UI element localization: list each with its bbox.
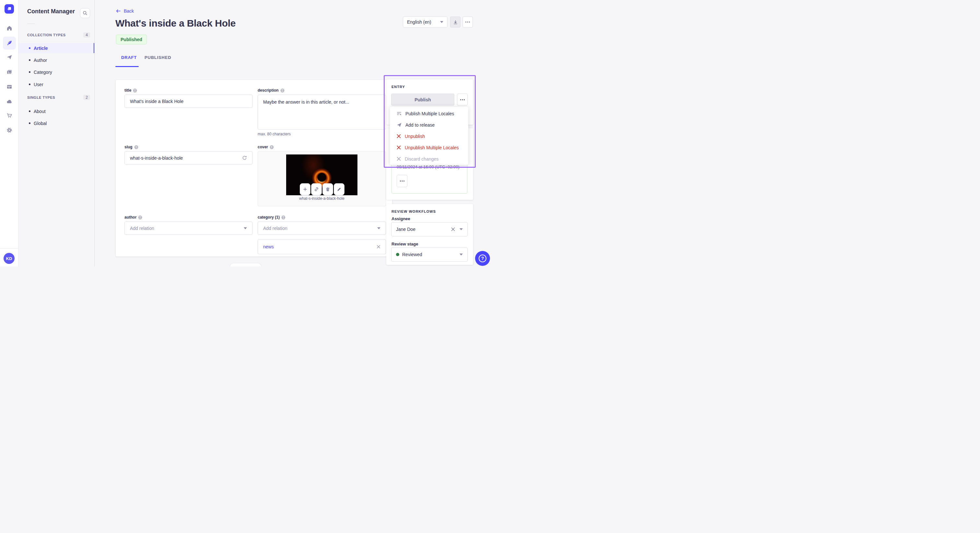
- copy-link-button[interactable]: [311, 183, 322, 195]
- globe-icon: [133, 89, 137, 93]
- menu-item-discard-changes[interactable]: Discard changes: [390, 153, 468, 165]
- category-relation-item: news: [258, 239, 386, 254]
- question-mark-icon: ?: [479, 254, 487, 262]
- bullet-icon: [29, 71, 30, 73]
- plus-icon: [303, 187, 307, 192]
- search-button[interactable]: [80, 8, 90, 18]
- ellipsis-icon: [460, 99, 465, 100]
- menu-item-publish-multiple-locales[interactable]: Publish Multiple Locales: [390, 108, 468, 119]
- releases-icon[interactable]: [3, 51, 16, 64]
- globe-icon: [134, 145, 138, 149]
- sidebar-title: Content Manager: [27, 8, 75, 15]
- slug-value: what-s-inside-a-black-hole: [130, 155, 183, 160]
- scheduled-date: 09/11/2024 at 16:00 (UTC+02:00): [397, 165, 460, 169]
- assignee-select[interactable]: Jane Doe: [391, 222, 468, 236]
- bullet-icon: [29, 47, 30, 49]
- marketplace-cart-icon[interactable]: [3, 109, 16, 122]
- home-icon[interactable]: [3, 22, 16, 35]
- locale-value: English (en): [407, 19, 431, 25]
- back-link[interactable]: Back: [116, 8, 134, 14]
- page-title: What's inside a Black Hole: [115, 18, 235, 29]
- tab-draft[interactable]: DRAFT: [121, 55, 137, 60]
- relation-link-news[interactable]: news: [263, 244, 274, 249]
- publish-button[interactable]: Publish: [391, 94, 454, 106]
- globe-icon: [270, 145, 274, 149]
- user-avatar[interactable]: KD: [3, 253, 14, 264]
- chevron-down-icon: [460, 254, 463, 255]
- menu-item-unpublish[interactable]: Unpublish: [390, 130, 468, 142]
- x-icon: [396, 145, 401, 150]
- cloud-deploy-icon[interactable]: [3, 95, 16, 108]
- menu-item-label: Unpublish Multiple Locales: [405, 145, 459, 150]
- category-relation-select[interactable]: Add relation: [258, 222, 386, 235]
- review-stage-select[interactable]: Reviewed: [391, 247, 468, 262]
- description-textarea[interactable]: Maybe the answer is in this article, or …: [258, 95, 386, 130]
- title-input[interactable]: What's inside a Black Hole: [124, 95, 253, 108]
- entry-more-button[interactable]: [457, 94, 468, 106]
- list-plus-icon: [396, 111, 402, 116]
- active-indicator: [94, 43, 94, 53]
- tab-published[interactable]: PUBLISHED: [145, 55, 171, 60]
- chevron-down-icon: [460, 228, 463, 230]
- menu-item-unpublish-multiple-locales[interactable]: Unpublish Multiple Locales: [390, 142, 468, 153]
- remove-relation-icon[interactable]: [377, 245, 380, 249]
- pencil-icon: [337, 187, 342, 192]
- author-field-label: author: [124, 215, 142, 219]
- content-type-builder-icon[interactable]: [3, 80, 16, 93]
- globe-icon: [280, 89, 285, 93]
- single-types-header: SINGLE TYPES: [27, 95, 55, 99]
- sidebar-item-author[interactable]: Author: [19, 55, 95, 65]
- content-manager-sidebar: [19, 0, 95, 266]
- sidebar-item-category[interactable]: Category: [19, 67, 95, 77]
- download-button[interactable]: [450, 16, 460, 27]
- author-placeholder: Add relation: [130, 226, 154, 231]
- header-more-button[interactable]: [463, 16, 473, 27]
- avatar-initials: KD: [6, 256, 12, 261]
- status-badge: Published: [116, 35, 147, 44]
- search-icon: [83, 11, 88, 16]
- sidebar-item-user[interactable]: User: [19, 79, 95, 89]
- back-label: Back: [124, 8, 134, 14]
- category-placeholder: Add relation: [263, 226, 288, 231]
- menu-item-label: Add to release: [406, 122, 434, 128]
- ellipsis-icon: [399, 180, 405, 182]
- next-section-peek: [230, 263, 261, 266]
- sidebar-item-label: About: [34, 109, 46, 114]
- download-icon: [453, 20, 458, 25]
- sidebar-item-article[interactable]: Article: [19, 43, 95, 53]
- globe-icon: [138, 215, 142, 219]
- clear-assignee-icon[interactable]: [451, 227, 455, 232]
- regenerate-icon[interactable]: [242, 155, 247, 160]
- edit-asset-button[interactable]: [334, 183, 345, 195]
- help-button[interactable]: ?: [475, 251, 490, 266]
- entry-panel-header: ENTRY: [391, 85, 405, 89]
- single-types-count: 2: [83, 95, 90, 100]
- author-relation-select[interactable]: Add relation: [124, 222, 253, 235]
- locale-select[interactable]: English (en): [403, 16, 447, 27]
- trash-icon: [325, 187, 330, 192]
- link-icon: [314, 187, 319, 192]
- sidebar-divider: [27, 24, 35, 24]
- bullet-icon: [29, 122, 30, 124]
- menu-item-add-to-release[interactable]: Add to release: [390, 119, 468, 130]
- sidebar-item-label: Article: [34, 46, 48, 51]
- chevron-down-icon: [377, 227, 380, 229]
- title-value: What's inside a Black Hole: [130, 99, 183, 104]
- slug-input[interactable]: what-s-inside-a-black-hole: [124, 151, 253, 165]
- content-manager-icon[interactable]: [3, 36, 16, 49]
- menu-item-label: Unpublish: [405, 134, 425, 139]
- delete-asset-button[interactable]: [323, 183, 333, 195]
- bullet-icon: [29, 110, 30, 112]
- sidebar-item-about[interactable]: About: [19, 106, 95, 116]
- media-library-icon[interactable]: [3, 65, 16, 78]
- chevron-down-icon: [244, 227, 247, 229]
- add-asset-button[interactable]: [300, 183, 310, 195]
- x-icon: [396, 156, 401, 161]
- strapi-logo[interactable]: [5, 4, 14, 14]
- ellipsis-icon: [465, 21, 470, 23]
- sidebar-item-global[interactable]: Global: [19, 118, 95, 128]
- release-more-button[interactable]: [397, 175, 407, 187]
- paper-plane-icon: [396, 122, 402, 128]
- settings-gear-icon[interactable]: [3, 124, 16, 136]
- menu-item-label: Discard changes: [405, 156, 439, 162]
